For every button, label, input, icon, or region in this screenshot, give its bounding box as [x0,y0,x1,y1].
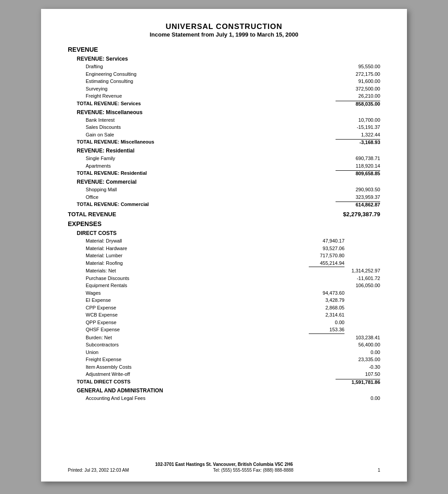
residential-header: REVENUE: Residential [68,148,380,154]
list-item: Material: Roofing 455,214.94 [68,259,380,268]
list-item: Estimating Consulting 91,600.00 [68,78,380,85]
residential-total: TOTAL REVENUE: Residential 809,658.85 [68,170,380,176]
materials-net: Materials: Net 1,314,252.97 [68,267,380,275]
list-item: Material: Lumber 717,570.80 [68,252,380,259]
list-item: Adjustment Write-off 107.50 [68,370,380,378]
footer-tel: Tel: (555) 555-5555 Fax: (888) 888-8888 [213,468,294,473]
header: UNIVERSAL CONSTRUCTION Income Statement … [68,22,380,38]
purchase-discounts: Purchase Discounts -11,601.72 [68,275,380,282]
list-item: QPP Expense 0.00 [68,319,380,326]
footer-address: 102-3701 East Hastings St. Vancouver, Br… [41,462,407,467]
list-item: Freight Expense 23,335.00 [68,356,380,363]
direct-costs-total: TOTAL DIRECT COSTS 1,591,781.86 [68,379,380,385]
list-item: Engineering Consulting 272,175.00 [68,70,380,78]
direct-costs-header: DIRECT COSTS [68,230,380,236]
gen-admin-header: GENERAL AND ADMINISTRATION [68,387,380,394]
total-revenue-row: TOTAL REVENUE $2,279,387.79 [68,211,380,218]
list-item: Item Assembly Costs -0.30 [68,363,380,371]
list-item: QHSF Expense 153.36 [68,326,380,334]
list-item: Drafting 95,550.00 [68,63,380,70]
list-item: Single Family 690,738.71 [68,155,380,162]
list-item: EI Expense 3,428.79 [68,296,380,304]
list-item: Gain on Sale 1,322.44 [68,131,380,139]
list-item: Wages 94,473.60 [68,289,380,297]
equipment-rentals: Equipment Rentals 106,050.00 [68,282,380,289]
list-item: Union 0.00 [68,349,380,356]
list-item: Bank Interest 10,700.00 [68,116,380,124]
footer-printed: Printed: Jul 23, 2002 12:03 AM [68,468,129,473]
footer-page: 1 [377,468,380,473]
list-item: Subcontractors 56,400.00 [68,341,380,349]
company-name: UNIVERSAL CONSTRUCTION [68,22,380,31]
list-item: Material: Hardware 93,527.06 [68,245,380,252]
list-item: Surveying 372,500.00 [68,85,380,93]
list-item: Shopping Mall 290,903.50 [68,186,380,193]
list-item: WCB Expense 2,314.61 [68,311,380,319]
commercial-total: TOTAL REVENUE: Commercial 614,862.87 [68,202,380,207]
report-title: Income Statement from July 1, 1999 to Ma… [68,31,380,38]
burden-net: Burden: Net 103,238.41 [68,334,380,342]
total-revenue-label: TOTAL REVENUE [68,211,116,218]
list-item: Material: Drywall 47,940.17 [68,237,380,245]
list-item: Office 323,959.37 [68,193,380,201]
list-item: Freight Revenue 26,210.00 [68,92,380,100]
misc-total: TOTAL REVENUE: Miscellaneous -3,168.93 [68,139,380,145]
list-item: Accounting And Legal Fees 0.00 [68,395,380,402]
total-revenue-amount: $2,279,387.79 [336,211,380,218]
list-item: CPP Expense 2,868.05 [68,304,380,312]
expenses-header: EXPENSES [68,220,380,227]
misc-header: REVENUE: Miscellaneous [68,109,380,115]
revenue-section-header: REVENUE [68,46,380,53]
commercial-header: REVENUE: Commercial [68,179,380,185]
footer: 102-3701 East Hastings St. Vancouver, Br… [41,462,407,473]
services-total: TOTAL REVENUE: Services 858,035.00 [68,101,380,107]
list-item: Sales Discounts -15,191.37 [68,124,380,131]
page: UNIVERSAL CONSTRUCTION Income Statement … [41,9,407,482]
list-item: Apartments 118,920.14 [68,162,380,170]
services-header: REVENUE: Services [68,56,380,62]
